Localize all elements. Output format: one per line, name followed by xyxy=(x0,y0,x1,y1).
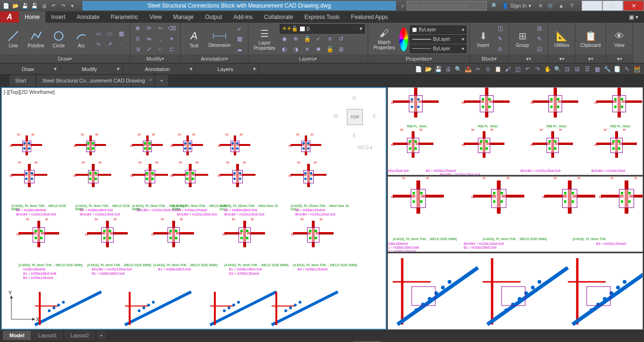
panel-title-modify[interactable]: Modify xyxy=(130,54,180,63)
tab-featured[interactable]: Featured Apps xyxy=(345,11,394,23)
attribute-icon[interactable]: A xyxy=(495,45,505,54)
layer-freeze-icon[interactable]: ❄ xyxy=(291,35,300,43)
tb-redo-icon[interactable]: ↷ xyxy=(533,65,542,73)
tb-paste-icon[interactable]: 📋 xyxy=(494,65,502,73)
new-icon[interactable]: 📄 xyxy=(2,1,10,10)
ray-icon[interactable]: ↗ xyxy=(105,40,115,48)
tb-dc-icon[interactable]: ▦ xyxy=(593,65,601,73)
layer-iso-icon[interactable]: ◐ xyxy=(280,45,289,54)
line-button[interactable]: Line xyxy=(3,25,24,54)
saveas-icon[interactable]: 💾 xyxy=(30,1,39,10)
panel-title-groups[interactable]: ▾ xyxy=(509,54,548,63)
tb-block-icon[interactable]: ◫ xyxy=(513,65,522,73)
edit-block-icon[interactable]: ✎ xyxy=(495,35,505,43)
arc-button[interactable]: Arc xyxy=(71,25,92,54)
help-icon[interactable]: ? xyxy=(567,1,576,10)
viewcube-face[interactable]: TOP xyxy=(347,109,363,125)
color-wheel-icon[interactable] xyxy=(399,27,408,51)
tb-pan-icon[interactable]: ✋ xyxy=(543,65,552,73)
redo-icon[interactable]: ↷ xyxy=(59,1,67,10)
panel-title-utilities[interactable]: ▾ xyxy=(548,54,575,63)
viewcube[interactable]: NSEW TOP xyxy=(334,96,376,138)
tab-home[interactable]: Home xyxy=(19,11,45,23)
layer-lock-icon[interactable]: 🔒 xyxy=(302,35,312,43)
maximize-button[interactable]: ☐ xyxy=(602,0,623,11)
tab-layout1[interactable]: Layout1 xyxy=(32,331,64,340)
tab-view[interactable]: View xyxy=(144,11,168,23)
tab-collaborate[interactable]: Collaborate xyxy=(258,11,299,23)
ellipse-icon[interactable]: ⬭ xyxy=(105,29,115,38)
group-button[interactable]: ⊞Group xyxy=(512,25,533,54)
open-icon[interactable]: 📂 xyxy=(11,1,20,10)
rectangle-icon[interactable]: ▭ xyxy=(94,29,103,38)
offset-icon[interactable]: ⊏ xyxy=(167,45,176,54)
tab-addins[interactable]: Add-ins xyxy=(228,11,258,23)
leader-icon[interactable]: ↙ xyxy=(235,24,244,33)
layer-thaw-icon[interactable]: ✹ xyxy=(314,45,323,54)
tb-copy-icon[interactable]: ⎘ xyxy=(484,65,492,73)
view-button[interactable]: 👁View xyxy=(609,25,630,54)
rotate-icon[interactable]: ⟳ xyxy=(144,24,154,33)
ungroup-icon[interactable]: ⊟ xyxy=(535,24,544,33)
tb-qcalc-icon[interactable]: 🧮 xyxy=(633,65,641,73)
search-input[interactable] xyxy=(406,1,487,10)
tb-tp-icon[interactable]: 🔧 xyxy=(603,65,611,73)
panel-title-block[interactable]: Block xyxy=(470,54,509,63)
wipeout-icon[interactable]: ☁ xyxy=(235,45,244,54)
ribbon-collapse-icon[interactable]: ▣ ▾ xyxy=(623,11,644,23)
circle-button[interactable]: Circle xyxy=(48,25,69,54)
viewport-main[interactable]: [-][Top][2D Wireframe] NSEW TOP WCS ▾ XY… xyxy=(1,87,387,330)
dimension-button[interactable]: Dimension xyxy=(206,25,233,54)
tb-undo-icon[interactable]: ↶ xyxy=(523,65,532,73)
insert-button[interactable]: ⬇Insert xyxy=(473,25,494,54)
app-logo[interactable]: A xyxy=(0,11,19,23)
tb-props-icon[interactable]: ☰ xyxy=(583,65,591,73)
wcs-label[interactable]: WCS ▾ xyxy=(358,145,372,150)
tb-preview-icon[interactable]: 🔍 xyxy=(454,65,462,73)
copy-icon[interactable]: ⎘ xyxy=(133,35,142,43)
spline-icon[interactable]: ∿ xyxy=(94,40,103,48)
tab-manage[interactable]: Manage xyxy=(168,11,199,23)
color-dropdown[interactable]: ByLayer▾ xyxy=(410,26,467,34)
tab-annotate[interactable]: Annotate xyxy=(71,11,105,23)
tb-ssm-icon[interactable]: 📑 xyxy=(613,65,621,73)
panel-title-properties[interactable]: Properties xyxy=(368,54,469,63)
qat-more-icon[interactable]: ▾ xyxy=(68,1,77,10)
viewport-label[interactable]: [-][Top][2D Wireframe] xyxy=(4,89,55,95)
viewport-right-mid[interactable]: 5035B15035B15035B15035B1(4-M16), PL.9mm.… xyxy=(388,176,643,252)
filetab-drawing[interactable]: Steel Structural Co...surement CAD Drawi… xyxy=(36,75,154,86)
layer-dropdown[interactable]: ☀ ☀ 🔓 0 ▾ xyxy=(280,24,365,34)
layer-off-icon[interactable]: ◉ xyxy=(280,35,289,43)
tb-open-icon[interactable]: 📂 xyxy=(424,65,432,73)
layer-state-icon[interactable]: ⊞ xyxy=(336,45,346,54)
infocenter-icon[interactable]: 🔎 xyxy=(489,1,497,10)
panel-title-view[interactable]: ▾ xyxy=(606,54,633,63)
filetab-start[interactable]: Start xyxy=(9,75,35,86)
move-icon[interactable]: ✥ xyxy=(133,24,142,33)
tab-output[interactable]: Output xyxy=(199,11,228,23)
layer-on-icon[interactable]: ☀ xyxy=(302,45,312,54)
app-icon[interactable]: ▲ xyxy=(557,1,565,10)
close-button[interactable]: ✕ xyxy=(623,0,644,11)
create-block-icon[interactable]: ◫ xyxy=(495,24,505,33)
layer-uniso-icon[interactable]: ◑ xyxy=(291,45,300,54)
lineweight-dropdown[interactable]: ByLayer▾ xyxy=(410,45,467,53)
tb-zoomwin-icon[interactable]: ⊡ xyxy=(563,65,572,73)
tb-markup-icon[interactable]: ✎ xyxy=(623,65,631,73)
point-icon[interactable]: · xyxy=(116,40,126,48)
tb-cut-icon[interactable]: ✂ xyxy=(474,65,482,73)
explode-icon[interactable]: ✶ xyxy=(167,35,176,43)
filetab-new[interactable]: + xyxy=(155,75,168,86)
tb-save-icon[interactable]: 💾 xyxy=(434,65,442,73)
panel-title-layers[interactable]: Layers xyxy=(248,54,368,63)
panel-title-draw[interactable]: Draw xyxy=(0,54,130,63)
mirror-icon[interactable]: ⇋ xyxy=(144,35,154,43)
close-icon[interactable]: ✕ xyxy=(149,77,152,82)
tab-insert[interactable]: Insert xyxy=(45,11,71,23)
panel-title-annotation[interactable]: Annotation xyxy=(181,54,248,63)
viewport-right-top[interactable]: 5035B1RIB PL. 9mm.5035B15035B1RIB PL. 9m… xyxy=(388,87,643,175)
group-select-icon[interactable]: ☑ xyxy=(535,45,544,54)
exchange-icon[interactable]: ✕ xyxy=(536,1,545,10)
tb-zoomprev-icon[interactable]: ⊟ xyxy=(573,65,582,73)
undo-icon[interactable]: ↶ xyxy=(49,1,58,10)
